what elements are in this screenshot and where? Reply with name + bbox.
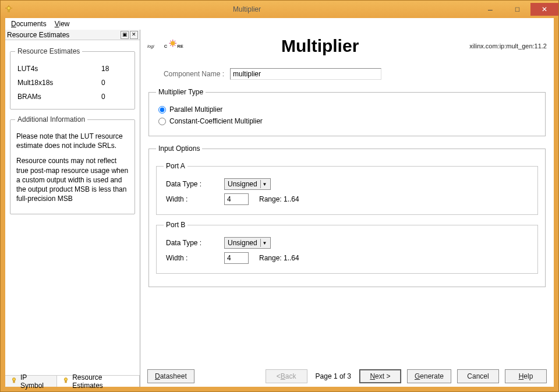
additional-info-legend: Additional Information (15, 115, 87, 123)
window-title: Multiplier (17, 5, 477, 13)
est-value: 0 (90, 90, 129, 103)
port-a-width-input[interactable] (224, 193, 249, 205)
chevron-down-icon (260, 180, 268, 188)
radio-parallel-multiplier[interactable] (158, 106, 166, 114)
menu-view[interactable]: View (51, 19, 73, 29)
app-icon (4, 5, 13, 14)
help-button[interactable]: Help (505, 369, 547, 383)
est-name: Mult18x18s (16, 76, 89, 89)
info-paragraph: Resource counts may not reflect true pos… (16, 156, 129, 203)
chevron-down-icon (260, 239, 268, 247)
width-label: Width : (166, 254, 218, 262)
generate-button[interactable]: Generate (407, 369, 451, 383)
svg-line-16 (170, 40, 171, 41)
svg-rect-8 (65, 381, 67, 383)
multiplier-type-group: Multiplier Type Parallel Multiplier Cons… (148, 88, 546, 136)
width-range: Range: 1..64 (259, 254, 299, 262)
svg-point-11 (171, 41, 175, 45)
side-panel: Resource Estimates ▣ ✕ Resource Estimate… (5, 30, 140, 387)
svg-point-0 (7, 6, 10, 10)
bulb-icon (62, 376, 70, 386)
svg-rect-1 (8, 10, 10, 12)
additional-info-group: Additional Information Please note that … (10, 115, 135, 214)
port-b-legend: Port B (164, 221, 187, 229)
cancel-button[interactable]: Cancel (457, 369, 499, 383)
tab-ip-symbol[interactable]: IP Symbol (5, 376, 57, 387)
est-value: 0 (90, 76, 129, 89)
bulb-icon (10, 376, 18, 386)
tab-label: IP Symbol (20, 373, 52, 390)
next-button[interactable]: Next > (359, 369, 401, 383)
main-panel: logi C RE (140, 30, 554, 387)
main-header: logi C RE (140, 30, 554, 62)
wizard-button-bar: Datasheet < Back Page 1 of 3 Next > Gene… (140, 366, 554, 387)
port-b-width-input[interactable] (224, 252, 249, 264)
est-name: BRAMs (16, 90, 89, 103)
svg-rect-6 (13, 381, 15, 383)
input-options-legend: Input Options (156, 144, 202, 153)
svg-line-19 (175, 40, 175, 41)
data-type-label: Data Type : (166, 180, 218, 188)
svg-line-18 (170, 45, 171, 45)
window-frame: Multiplier Documents View Resource Estim… (0, 0, 559, 392)
port-a-legend: Port A (164, 162, 187, 170)
menu-documents-label: ocuments (16, 20, 47, 28)
info-paragraph: Please note that the LUT resource estima… (16, 132, 129, 150)
table-row: Mult18x18s 0 (16, 76, 129, 89)
port-b-data-type-select[interactable]: Unsigned (224, 237, 271, 249)
svg-text:logi: logi (147, 43, 154, 48)
tab-label: Resource Estimates (72, 373, 135, 390)
page-indicator: Page 1 of 3 (313, 372, 353, 380)
side-tabstrip: IP Symbol Resource Estimates (5, 375, 140, 387)
close-button[interactable] (530, 3, 558, 16)
input-options-group: Input Options Port A Data Type : Unsigne… (148, 144, 546, 287)
page-title: Multiplier (178, 36, 462, 56)
panel-pin-icon[interactable]: ▣ (121, 31, 129, 39)
data-type-label: Data Type : (166, 239, 218, 247)
ip-identifier: xilinx.com:ip:mult_gen:11.2 (469, 43, 547, 50)
est-value: 18 (90, 62, 129, 75)
component-name-input[interactable] (230, 68, 381, 80)
svg-line-17 (175, 45, 175, 45)
svg-point-7 (65, 378, 68, 381)
panel-header[interactable]: Resource Estimates ▣ ✕ (5, 30, 140, 40)
table-row: LUT4s 18 (16, 62, 129, 75)
back-button[interactable]: < Back (266, 369, 307, 383)
port-a-group: Port A Data Type : Unsigned Width : (156, 162, 538, 215)
menu-documents[interactable]: Documents (8, 19, 50, 29)
tab-resource-estimates[interactable]: Resource Estimates (57, 376, 140, 387)
menu-bar: Documents View (5, 18, 554, 30)
resource-estimates-group: Resource Estimates LUT4s 18 Mult18x18s 0 (10, 47, 135, 110)
table-row: BRAMs 0 (16, 90, 129, 103)
panel-close-icon[interactable]: ✕ (130, 31, 138, 39)
width-label: Width : (166, 195, 218, 203)
svg-text:C: C (164, 43, 168, 48)
menu-view-label: iew (59, 20, 70, 28)
multiplier-type-legend: Multiplier Type (156, 88, 206, 96)
port-b-group: Port B Data Type : Unsigned Width : (156, 221, 538, 274)
component-name-label: Component Name : (148, 70, 224, 78)
maximize-button[interactable] (504, 3, 530, 16)
width-range: Range: 1..64 (259, 195, 299, 203)
radio-constant-coefficient-multiplier[interactable] (158, 118, 166, 125)
client-area: Documents View Resource Estimates ▣ ✕ Re… (5, 18, 554, 387)
datasheet-button[interactable]: Datasheet (147, 369, 194, 383)
port-a-data-type-select[interactable]: Unsigned (224, 178, 271, 190)
radio-label: Constant-Coefficient Multiplier (169, 117, 263, 125)
select-value: Unsigned (228, 239, 257, 247)
radio-label: Parallel Multiplier (169, 105, 222, 114)
select-value: Unsigned (228, 180, 257, 188)
minimize-button[interactable] (477, 3, 504, 16)
resource-estimates-legend: Resource Estimates (15, 47, 82, 55)
titlebar[interactable]: Multiplier (1, 1, 558, 18)
svg-point-5 (12, 378, 15, 381)
panel-title: Resource Estimates (7, 31, 69, 39)
est-name: LUT4s (16, 62, 89, 75)
